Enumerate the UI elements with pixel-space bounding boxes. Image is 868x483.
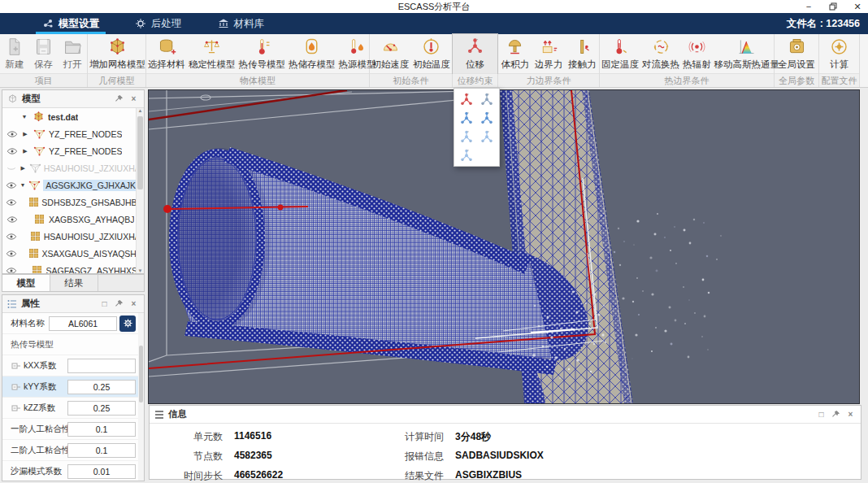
side-tab-result[interactable]: 结果 [50,275,98,291]
tree-scrollbar[interactable]: ▲ ▼ [136,108,144,273]
fixed-temperature-button[interactable]: 固定温度 [600,34,640,73]
radiation-button[interactable]: 热辐射 [681,34,713,73]
property-value-input[interactable] [67,464,136,479]
property-row: 二阶人工粘合性 [2,440,139,461]
info-field: 节点数4582365 [159,450,283,463]
properties-rows: 材料名称热传导模型kXX系数kYY系数kZZ系数一阶人工粘合性二阶人工粘合性沙漏… [2,313,139,481]
add-mesh-model-icon [107,37,128,57]
menu-tab-3[interactable]: 材料库 [200,13,283,34]
global-settings-button[interactable]: 全局设置 [775,34,818,73]
contact-force-icon [572,37,592,57]
scroll-down-icon[interactable]: ▼ [137,268,144,273]
minimize-button[interactable]: − [803,1,814,12]
heat-storage-button[interactable]: 热储存模型 [287,34,337,73]
eye-closed-icon[interactable] [6,164,17,172]
chevron-right-icon[interactable]: ▶ [21,131,29,137]
eye-open-icon[interactable] [6,267,18,274]
tree-item-label: HSAUHOISU_JZXIUXHAHX [44,163,136,173]
triad-option-1[interactable] [456,90,477,109]
new-file-button[interactable]: 新建 [0,34,29,73]
tree-item[interactable]: XSAXGAUS_AISYAQSH_ASHX [2,245,136,262]
eye-open-icon[interactable] [6,130,19,138]
restore-icon[interactable]: □ [816,409,827,420]
info-column-right: 计算时间3分48秒报错信息SADBASIUDSKIOX结果文件ASGBIXZBI… [380,425,544,479]
material-name-input[interactable] [49,316,117,331]
convection-button[interactable]: 对流换热 [640,34,681,73]
eye-open-icon[interactable] [6,250,17,258]
gauss-flux-button[interactable]: 移动高斯热通量 [713,34,782,73]
triad-option-4[interactable] [477,109,498,128]
toolbar-group-3: 选择材料稳定性模型热传导模型热储存模型热源模型物体模型 [146,34,370,87]
tree-item[interactable]: SDHSBJZS_GHSABJHB_ZAHU [2,194,136,211]
initial-velocity-icon [380,37,401,57]
triad-option-2[interactable] [477,90,498,109]
eye-open-icon[interactable] [6,215,19,224]
chevron-right-icon[interactable]: ▶ [21,148,29,154]
property-label: 材料名称 [11,318,49,329]
initial-temperature-button[interactable]: 初始温度 [411,34,453,73]
contact-force-button[interactable]: 接触力 [566,34,599,73]
viewport-3d-scene[interactable] [148,89,860,404]
pin-icon[interactable] [114,94,124,104]
restore-icon[interactable]: □ [99,298,110,309]
tree-item[interactable]: XAGBSXG_AYHAQBJ [2,211,136,228]
restore-button[interactable] [827,1,839,12]
info-field: 结果文件ASGBIXZBIUS [380,469,544,483]
open-folder-button[interactable]: 打开 [58,34,87,73]
properties-scrollbar[interactable] [138,313,144,481]
stability-model-button[interactable]: 稳定性模型 [187,34,237,73]
triad-option-6[interactable] [477,128,498,146]
toolbar-button-label: 体积力 [501,59,529,71]
eye-open-icon[interactable] [6,181,17,189]
property-value-input[interactable] [67,443,136,458]
radiation-icon [687,37,707,57]
close-icon[interactable]: × [845,409,856,420]
property-value-input[interactable] [67,380,136,394]
tree-item-label: XAGBSXG_AYHAQBJ [49,215,134,224]
property-value-input[interactable] [67,359,136,373]
chevron-down-icon[interactable]: ▼ [20,114,28,120]
tree-item[interactable]: ▼AGSGKJKG_GJHXAJKHXA [2,176,136,194]
body-force-button[interactable]: 体积力 [498,34,532,73]
side-tab-model[interactable]: 模型 [2,275,50,291]
tree-item[interactable]: SAGFASGZ_ASYHHXSN [2,262,136,273]
tree-item[interactable]: ▶YZ_FREE_NODES [2,125,136,142]
triad-option-7[interactable] [456,146,477,165]
menu-tab-2[interactable]: 后处理 [117,13,200,34]
add-mesh-model-button[interactable]: 增加网格模型 [88,34,147,73]
triad-option-5[interactable] [456,128,477,146]
eye-open-icon[interactable] [6,233,17,241]
close-icon[interactable]: × [128,94,139,104]
compute-button[interactable]: 计算 [819,34,859,73]
heat-conduction-button[interactable]: 热传导模型 [237,34,288,73]
pin-icon[interactable] [831,409,841,420]
material-settings-button[interactable] [119,315,136,332]
property-value-input[interactable] [67,422,136,437]
displacement-button[interactable]: 位移 [453,34,497,73]
toolbar-group-label: 几何模型 [88,73,145,87]
close-icon[interactable]: × [128,298,139,309]
menu-tab-1[interactable]: 模型设置 [24,13,117,34]
info-field: 时间步长466526622 [159,469,283,483]
pin-icon[interactable] [114,298,124,309]
info-field-label: 节点数 [159,450,223,463]
mesh-grid-icon [28,197,40,207]
eye-open-icon[interactable] [6,198,17,207]
chevron-right-icon[interactable]: ▶ [20,165,26,172]
tree-item[interactable]: ▼test.dat [2,108,136,125]
select-material-button[interactable]: 选择材料 [146,34,187,73]
property-row: 材料名称 [2,313,139,334]
eye-open-icon[interactable] [6,147,19,155]
tree-item[interactable]: ▶YZ_FREE_NODES [2,142,136,159]
property-row: kXX系数 [2,355,139,376]
boundary-force-button[interactable]: 边界力 [532,34,565,73]
tree-item[interactable]: ▶HSAUHOISU_JZXIUXHAHX [2,159,136,176]
property-value-input[interactable] [67,401,136,416]
save-button[interactable]: 保存 [29,34,59,73]
tree-item[interactable]: HSAUHOISU_JZXIUXHAHX [2,228,136,245]
close-button[interactable]: ✕ [852,1,863,12]
scroll-up-icon[interactable]: ▲ [137,108,144,113]
triad-option-3[interactable] [456,109,477,128]
initial-velocity-button[interactable]: 初始速度 [370,34,411,73]
chevron-down-icon[interactable]: ▼ [20,182,26,188]
